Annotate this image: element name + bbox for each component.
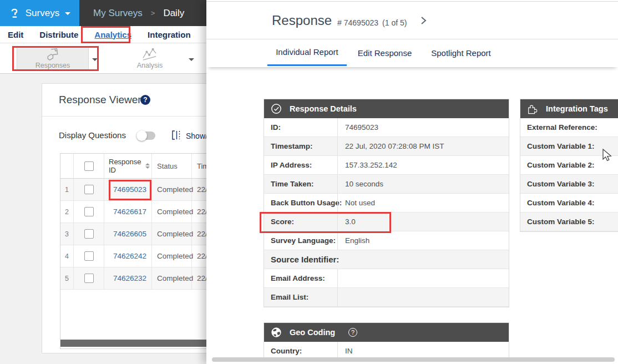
integration-tags-section: Integration Tags External Reference: Cus… (520, 99, 618, 232)
help-icon[interactable]: ? (140, 95, 150, 105)
product-name: Surveys (26, 8, 59, 19)
analysis-dropdown-caret[interactable] (189, 58, 194, 61)
breadcrumb-current-survey: Daily (163, 8, 184, 19)
detail-row: Survey Language: English (264, 231, 509, 250)
breadcrumb-my-surveys[interactable]: My Surveys (93, 8, 143, 19)
row-number-header (60, 154, 74, 178)
tab-individual-report[interactable]: Individual Report (267, 39, 347, 66)
tab-edit-response[interactable]: Edit Response (353, 39, 417, 66)
tag-label: Custom Variable 1: (527, 142, 595, 150)
detail-label: Email List: (264, 288, 337, 306)
detail-row: IP Address: 157.33.252.142 (264, 156, 509, 175)
detail-row: Timestamp: 22 Jul, 2020 07:28:08 PM IST (264, 137, 509, 156)
status-cell: Completed (152, 245, 192, 267)
tag-row: Custom Variable 2: (520, 156, 618, 175)
status-header: Status (152, 154, 192, 178)
detail-value: English (337, 231, 509, 250)
app-screen: Surveys My Surveys > Daily Edit Distribu… (0, 0, 618, 364)
nav-item-analytics[interactable]: Analytics (94, 30, 131, 39)
detail-value (337, 269, 509, 287)
surveys-product-menu[interactable]: Surveys (0, 0, 79, 26)
response-details-header: Response Details (264, 99, 509, 118)
status-cell: Completed (152, 179, 192, 200)
response-id-link[interactable]: 74626232 (113, 274, 146, 282)
responses-button[interactable]: Responses (17, 46, 89, 71)
detail-row: Email Address: (264, 269, 509, 288)
detail-label: Survey Language: (264, 231, 337, 250)
detail-value (337, 288, 509, 306)
puzzle-icon (527, 103, 538, 114)
geo-coding-section: Geo Coding ? Country: IN (264, 322, 509, 361)
section-title: Integration Tags (546, 104, 608, 113)
detail-value: Not used (337, 194, 509, 212)
row-number: 5 (60, 267, 74, 289)
row-number: 1 (60, 179, 74, 200)
tag-row: External Reference: (520, 118, 618, 137)
response-number: # 74695023 (337, 18, 378, 27)
response-id-link[interactable]: 74626242 (113, 252, 146, 260)
detail-value: 74695023 (337, 118, 509, 136)
geo-coding-header: Geo Coding ? (264, 323, 509, 342)
responses-icon (45, 48, 60, 61)
display-questions-toggle[interactable] (136, 132, 155, 140)
show-hide-columns-icon[interactable] (171, 130, 181, 143)
tag-label: Custom Variable 3: (527, 180, 595, 188)
breadcrumb: My Surveys > Daily (93, 0, 184, 26)
response-detail-panel: Response # 74695023 (1 of 5) Individual … (206, 0, 618, 364)
detail-label: Score: (264, 213, 337, 231)
tag-row: Custom Variable 5: (520, 213, 618, 231)
next-response-chevron-icon[interactable] (419, 16, 427, 27)
row-checkbox[interactable] (84, 229, 94, 239)
detail-label: Timestamp: (264, 137, 337, 155)
nav-item-edit[interactable]: Edit (8, 30, 23, 39)
geo-help-icon[interactable]: ? (348, 328, 357, 337)
detail-value: 157.33.252.142 (337, 156, 509, 174)
detail-row-score: Score: 3.0 (264, 213, 509, 231)
analysis-button-label: Analysis (137, 62, 163, 69)
responses-button-label: Responses (36, 62, 70, 69)
panel-title: Response (272, 13, 332, 28)
display-questions-label: Display Questions (59, 130, 126, 140)
panel-tabbar: Individual Report Edit Response Spotligh… (206, 39, 618, 67)
tag-row: Custom Variable 3: (520, 175, 618, 194)
row-checkbox[interactable] (84, 274, 94, 283)
response-id-link[interactable]: 74626617 (113, 208, 146, 216)
responses-dropdown-caret[interactable] (92, 58, 98, 61)
nav-item-integration[interactable]: Integration (148, 30, 191, 39)
tag-label: External Reference: (527, 123, 597, 132)
detail-row: Back Button Usage: Not used (264, 194, 509, 213)
tag-label: Custom Variable 4: (527, 199, 595, 207)
row-number: 4 (60, 245, 74, 267)
tag-label: Custom Variable 2: (527, 161, 595, 169)
page-title: Response Viewer (59, 94, 141, 106)
response-count: (1 of 5) (382, 18, 407, 27)
select-all-checkbox[interactable] (84, 161, 94, 171)
analysis-button[interactable]: Analysis (114, 46, 186, 71)
breadcrumb-separator: > (151, 9, 155, 17)
response-details-section: Response Details ID: 74695023 Timestamp:… (264, 99, 509, 307)
section-title: Response Details (290, 104, 357, 113)
analysis-icon (142, 48, 158, 61)
detail-label: Source Identifier: (264, 250, 341, 269)
check-circle-icon (271, 103, 282, 114)
status-cell: Completed (152, 267, 192, 289)
row-checkbox[interactable] (84, 207, 94, 216)
sort-icon (145, 163, 150, 169)
tab-spotlight-report[interactable]: Spotlight Report (425, 39, 497, 66)
response-id-header[interactable]: Response ID (104, 154, 152, 178)
detail-value: 3.0 (337, 213, 509, 231)
select-all-cell (74, 154, 104, 178)
status-cell: Completed (152, 201, 192, 223)
row-checkbox[interactable] (84, 251, 94, 261)
panel-horizontal-scrollbar[interactable] (212, 357, 615, 362)
response-id-link[interactable]: 74695023 (113, 185, 146, 194)
detail-row: Source Identifier: (264, 250, 509, 269)
tag-row: Custom Variable 1: (520, 137, 618, 156)
detail-value: 22 Jul, 2020 07:28:08 PM IST (337, 137, 509, 155)
row-checkbox[interactable] (84, 185, 94, 194)
detail-label: Back Button Usage: (264, 194, 337, 212)
response-id-link[interactable]: 74626605 (113, 230, 146, 238)
detail-label: ID: (264, 118, 337, 136)
nav-item-distribute[interactable]: Distribute (39, 30, 78, 39)
chevron-down-icon (65, 12, 70, 15)
